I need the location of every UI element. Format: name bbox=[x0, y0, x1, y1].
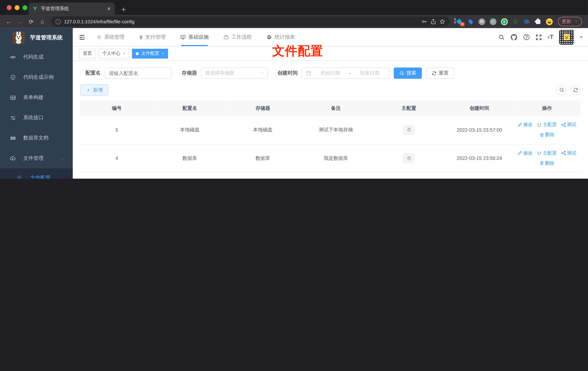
extension-recorder-icon[interactable] bbox=[489, 18, 496, 25]
sidebar-item-db-doc[interactable]: 数据库文档 bbox=[0, 128, 73, 148]
master-link[interactable]: 主配置 bbox=[537, 122, 557, 128]
sidebar-item-label: 数据库文档 bbox=[23, 135, 49, 141]
window-zoom-button[interactable] bbox=[22, 5, 27, 10]
home-button[interactable]: ⌂ bbox=[38, 18, 47, 25]
extension-emoji-icon[interactable] bbox=[546, 18, 553, 25]
nav-item-infrastructure[interactable]: 基础设施 bbox=[173, 28, 216, 46]
browser-tab[interactable]: 芋道管理系统 ✕ bbox=[29, 3, 115, 15]
col-header-created: 创建时间 bbox=[445, 101, 514, 116]
master-link[interactable]: 主配置 bbox=[537, 150, 557, 156]
pencil-icon bbox=[518, 122, 522, 127]
refresh-table-button[interactable] bbox=[570, 85, 580, 95]
extension-star-icon[interactable]: ☆ bbox=[512, 18, 519, 25]
page-tab-profile[interactable]: 个人中心 × bbox=[99, 49, 129, 58]
nav-item-label: 支付管理 bbox=[145, 34, 165, 41]
search-button[interactable]: 搜索 bbox=[394, 68, 422, 79]
test-link[interactable]: 测试 bbox=[561, 150, 576, 156]
cell-storage: 本地磁盘 bbox=[226, 116, 299, 144]
show-search-button[interactable] bbox=[556, 85, 567, 95]
url-text[interactable]: 127.0.0.1:1024/infra/file/file-config bbox=[64, 19, 418, 24]
reload-button[interactable]: ⟳ bbox=[26, 18, 36, 25]
address-bar[interactable]: i 127.0.0.1:1024/infra/file/file-config bbox=[51, 16, 450, 27]
config-name-input[interactable] bbox=[109, 70, 165, 76]
shield-check-icon bbox=[10, 74, 16, 80]
red-annotation-text: 文件配置 bbox=[272, 43, 323, 60]
nav-item-system[interactable]: 系统管理 bbox=[89, 28, 132, 46]
chevron-up-icon: ︿ bbox=[61, 156, 64, 161]
sidebar-collapse-icon[interactable] bbox=[79, 34, 85, 40]
date-range-picker[interactable]: 开始日期 - 结束日期 bbox=[302, 68, 389, 79]
delete-link[interactable]: 删除 bbox=[539, 160, 554, 166]
chrome-update-button[interactable]: 更新 ⋮ bbox=[558, 17, 582, 26]
add-button[interactable]: ＋ 新增 bbox=[80, 84, 108, 95]
refresh-icon bbox=[573, 87, 578, 93]
calendar-icon bbox=[306, 70, 311, 76]
fullscreen-icon[interactable] bbox=[536, 34, 542, 40]
new-tab-button[interactable]: ＋ bbox=[120, 6, 127, 13]
storage-select[interactable]: 请选择存储器 ﹀ bbox=[201, 68, 268, 79]
tab-close-icon[interactable]: × bbox=[123, 51, 125, 55]
extension-y-icon[interactable]: Y bbox=[501, 18, 508, 25]
edit-link[interactable]: 修改 bbox=[518, 150, 533, 156]
tab-close-icon[interactable]: × bbox=[162, 51, 164, 55]
filter-date-label: 创建时间 bbox=[278, 70, 298, 76]
extension-pin-icon[interactable] bbox=[467, 18, 474, 25]
app-logo[interactable]: 芋道管理系统 bbox=[0, 28, 73, 47]
nav-item-workflow[interactable]: 工作流程 bbox=[216, 28, 259, 46]
delete-link[interactable]: 删除 bbox=[539, 132, 554, 138]
page-tab-label: 文件配置 bbox=[141, 50, 159, 56]
sidebar-item-file-management[interactable]: 文件管理 ︿ bbox=[0, 148, 73, 168]
search-icon[interactable] bbox=[498, 34, 505, 40]
browser-menu-icon[interactable]: ⋮ bbox=[574, 21, 578, 22]
cell-created: 2022-03-15 20:43:34 bbox=[445, 172, 514, 179]
page-tab-home[interactable]: 首页 bbox=[79, 49, 95, 58]
back-button[interactable]: ← bbox=[4, 18, 13, 25]
forward-button[interactable]: → bbox=[15, 18, 25, 25]
bookmark-star-icon[interactable] bbox=[440, 19, 445, 24]
reset-button[interactable]: 重置 bbox=[426, 68, 454, 79]
reset-button-label: 重置 bbox=[439, 70, 449, 76]
edit-link[interactable]: 修改 bbox=[518, 178, 533, 179]
col-header-actions: 操作 bbox=[514, 101, 580, 116]
test-link[interactable]: 测试 bbox=[561, 122, 576, 128]
extension-eye-icon[interactable] bbox=[523, 18, 530, 25]
font-size-icon[interactable]: TT bbox=[547, 34, 554, 41]
password-key-icon[interactable] bbox=[421, 19, 427, 24]
browser-toolbar: ← → ⟳ ⌂ i 127.0.0.1:1024/infra/file/file… bbox=[0, 15, 588, 28]
favicon-plant-icon bbox=[32, 6, 38, 11]
main-area: 系统管理 ¥ 支付管理 基础设施 工作流程 bbox=[73, 28, 588, 179]
sidebar-item-system-api[interactable]: 系统接口 bbox=[0, 108, 73, 128]
date-end-placeholder[interactable]: 结束日期 bbox=[354, 70, 385, 76]
user-avatar[interactable] bbox=[559, 30, 574, 45]
filter-name-label: 配置名 bbox=[85, 70, 101, 76]
tab-close-icon[interactable]: ✕ bbox=[107, 6, 111, 11]
sidebar-item-file-config[interactable]: 文件配置 bbox=[0, 168, 73, 179]
extensions-area: 11 ⌘ Y ☆ 更新 ⋮ bbox=[453, 17, 584, 26]
test-link[interactable]: 测试 bbox=[561, 178, 576, 179]
window-minimize-button[interactable] bbox=[15, 5, 20, 10]
form-icon bbox=[10, 95, 16, 100]
sidebar-item-label: 文件管理 bbox=[23, 155, 43, 162]
nav-item-payment[interactable]: ¥ 支付管理 bbox=[132, 28, 173, 46]
sidebar-item-form-builder[interactable]: 表单构建 bbox=[0, 87, 73, 108]
select-caret-icon: ﹀ bbox=[260, 70, 264, 76]
magnet-icon bbox=[537, 151, 542, 155]
page-tab-file-config[interactable]: 文件配置 × bbox=[132, 49, 168, 58]
site-info-icon[interactable]: i bbox=[55, 19, 61, 24]
extension-command-icon[interactable]: ⌘ bbox=[478, 18, 485, 25]
sidebar-item-code-gen[interactable]: </> 代码生成 bbox=[0, 47, 73, 67]
date-start-placeholder[interactable]: 开始日期 bbox=[315, 70, 346, 76]
share-icon[interactable] bbox=[430, 19, 436, 24]
search-button-label: 搜索 bbox=[407, 70, 416, 76]
help-icon[interactable] bbox=[523, 34, 530, 41]
sidebar-item-code-gen-example[interactable]: 代码生成示例 bbox=[0, 67, 73, 87]
table-row: 5 本地磁盘 本地磁盘 测试下本地存储 否 2022-03-15 23:57:0… bbox=[80, 116, 580, 144]
nav-item-label: 工作流程 bbox=[231, 34, 252, 41]
config-name-field[interactable] bbox=[105, 68, 172, 79]
github-icon[interactable] bbox=[510, 34, 517, 41]
extensions-puzzle-icon[interactable] bbox=[534, 18, 541, 25]
window-close-button[interactable] bbox=[7, 5, 11, 10]
extension-tampermonkey-icon[interactable]: 11 bbox=[456, 18, 463, 25]
user-menu-caret-icon[interactable] bbox=[580, 36, 583, 38]
edit-link[interactable]: 修改 bbox=[518, 122, 533, 128]
